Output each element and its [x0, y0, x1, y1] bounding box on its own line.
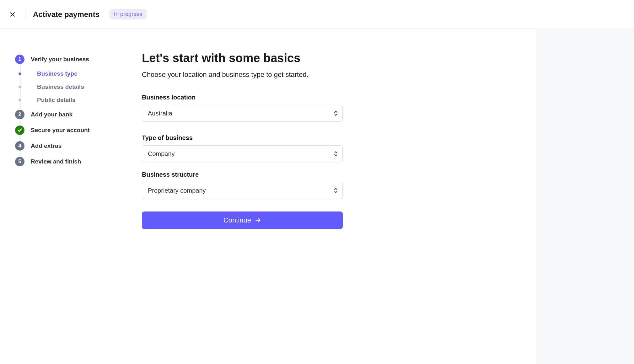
close-button[interactable]: [8, 9, 18, 19]
page-title: Activate payments: [33, 10, 99, 19]
status-badge: In progress: [110, 9, 147, 19]
stepper: 1 Verify your business Business type Bus…: [15, 51, 122, 349]
type-of-business-select[interactable]: Company: [142, 145, 343, 162]
substep-public-details[interactable]: Public details: [15, 94, 122, 107]
type-of-business-label: Type of business: [142, 134, 343, 142]
form-subheading: Choose your location and business type t…: [142, 71, 343, 79]
step-add-extras[interactable]: 4 Add extras: [15, 138, 122, 154]
close-icon: [9, 11, 16, 18]
step-secure-account[interactable]: Secure your account: [15, 122, 122, 138]
substep-label: Public details: [31, 97, 75, 104]
step-label: Secure your account: [31, 127, 90, 134]
step-verify-business[interactable]: 1 Verify your business: [15, 51, 122, 67]
substep-label: Business details: [31, 83, 84, 90]
business-structure-label: Business structure: [142, 171, 343, 178]
substep-business-details[interactable]: Business details: [15, 80, 122, 94]
step-review-finish[interactable]: 5 Review and finish: [15, 154, 122, 169]
step-label: Add your bank: [31, 111, 73, 118]
right-panel: [537, 29, 634, 364]
continue-label: Continue: [223, 216, 251, 224]
step-add-bank[interactable]: 2 Add your bank: [15, 107, 122, 122]
step-number-badge: 1: [15, 55, 24, 64]
form: Let's start with some basics Choose your…: [142, 51, 343, 349]
step-label: Add extras: [31, 142, 62, 149]
substep-business-type[interactable]: Business type: [15, 67, 122, 80]
select-value: Australia: [148, 110, 172, 117]
check-icon: [17, 128, 22, 133]
header: Activate payments In progress: [0, 0, 634, 29]
arrow-right-icon: [255, 217, 261, 223]
step-number-badge: 5: [15, 157, 24, 166]
step-label: Verify your business: [31, 56, 89, 63]
business-structure-select[interactable]: Proprietary company: [142, 182, 343, 199]
business-location-label: Business location: [142, 94, 343, 101]
header-divider: [25, 9, 25, 20]
step-number-badge: 2: [15, 110, 24, 119]
continue-button[interactable]: Continue: [142, 211, 343, 229]
business-location-select[interactable]: Australia: [142, 105, 343, 122]
select-value: Company: [148, 150, 175, 158]
substep-dot-icon: [19, 72, 21, 75]
substep-label: Business type: [31, 70, 78, 77]
step-done-badge: [15, 126, 24, 135]
form-heading: Let's start with some basics: [142, 51, 343, 65]
select-value: Proprietary company: [148, 187, 206, 194]
substep-dot-icon: [19, 86, 21, 88]
step-number-badge: 4: [15, 141, 24, 151]
substep-dot-icon: [19, 99, 21, 101]
step-label: Review and finish: [31, 158, 81, 165]
